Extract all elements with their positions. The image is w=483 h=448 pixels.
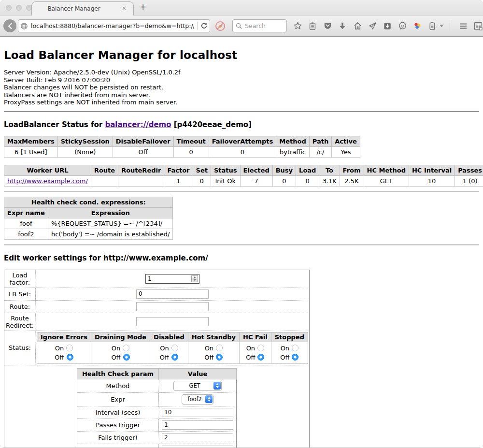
off-label: Off bbox=[55, 353, 64, 362]
ignore-errors-on-radio[interactable] bbox=[66, 345, 73, 351]
draining-mode-off-radio[interactable] bbox=[123, 354, 130, 361]
server-info: Server Version: Apache/2.5.0-dev (Unix) … bbox=[4, 69, 479, 106]
balancer-demo-link[interactable]: balancer://demo bbox=[105, 120, 171, 129]
hc-uri-label: HC uri bbox=[77, 444, 158, 448]
load-factor-stepper bbox=[145, 274, 199, 284]
col-factor: Factor bbox=[164, 165, 193, 175]
urlbar-divider bbox=[197, 22, 198, 30]
on-label: On bbox=[281, 344, 289, 353]
disabled-on-radio[interactable] bbox=[171, 345, 178, 351]
lb-set-input[interactable] bbox=[136, 289, 209, 299]
search-icon bbox=[236, 23, 242, 29]
method-select[interactable]: GET bbox=[173, 381, 222, 391]
tab-balancer-manager[interactable]: Balancer Manager × bbox=[31, 1, 134, 15]
divider bbox=[4, 245, 479, 246]
reading-list-icon[interactable] bbox=[308, 21, 317, 31]
table-row: 6 [1 Used] (None) Off 0 0 bytraffic /c/ … bbox=[4, 146, 360, 157]
col-route: Route bbox=[91, 165, 118, 175]
route-input[interactable] bbox=[136, 302, 209, 311]
col-active: Active bbox=[332, 136, 360, 146]
battery-dropdown-caret-icon[interactable] bbox=[440, 25, 443, 27]
ignore-errors-off-radio[interactable] bbox=[67, 354, 73, 361]
lb-set-label: LB Set: bbox=[4, 288, 36, 300]
url-bar[interactable]: localhost:8880/balancer-manager?b=demo&w… bbox=[18, 19, 210, 32]
hc-uri-input[interactable] bbox=[162, 446, 233, 448]
page-title: Load Balancer Manager for localhost bbox=[4, 49, 479, 61]
window-controls[interactable] bbox=[6, 5, 32, 11]
passes-label: Passes trigger bbox=[77, 419, 158, 431]
expr-select[interactable]: foof2 bbox=[182, 394, 213, 405]
col-disabled: Disabled bbox=[150, 332, 188, 342]
col-path: Path bbox=[309, 136, 331, 146]
browser-window: Balancer Manager × + localhost:8880/bala… bbox=[0, 0, 483, 448]
on-label: On bbox=[112, 344, 120, 353]
pocket-icon[interactable] bbox=[323, 21, 332, 31]
toolbar-separator bbox=[450, 21, 450, 31]
col-hc-method: HC Method bbox=[364, 165, 409, 175]
lb-set-row: LB Set: bbox=[4, 288, 310, 300]
cell-expr-name: foof2 bbox=[4, 229, 48, 239]
draining-mode-cell: On Off bbox=[91, 342, 150, 363]
url-text[interactable]: localhost:8880/balancer-manager?b=demo&w… bbox=[31, 22, 194, 29]
passes-input[interactable] bbox=[162, 420, 233, 430]
col-ignore-errors: Ignore Errors bbox=[37, 332, 91, 342]
content-blocked-icon[interactable] bbox=[215, 21, 226, 31]
col-hc-param: Health Check param bbox=[77, 368, 158, 379]
expr-row: Expr foof2 bbox=[77, 392, 236, 406]
battery-icon[interactable] bbox=[427, 21, 437, 31]
new-tab-button[interactable]: + bbox=[137, 2, 149, 12]
stepper-buttons-icon[interactable] bbox=[191, 275, 198, 282]
cell-to: 3.1K bbox=[319, 175, 340, 186]
on-label: On bbox=[246, 344, 255, 353]
reload-icon[interactable] bbox=[200, 22, 208, 29]
load-factor-row: Load factor: bbox=[4, 270, 310, 288]
table-header-row: Expr name Expression bbox=[4, 207, 173, 218]
on-label: On bbox=[160, 344, 169, 353]
save-page-icon[interactable] bbox=[383, 21, 392, 31]
draining-mode-on-radio[interactable] bbox=[123, 345, 129, 351]
cell-expr-name: foof bbox=[4, 218, 48, 229]
server-version-line: Server Version: Apache/2.5.0-dev (Unix) … bbox=[4, 69, 479, 76]
load-factor-cell bbox=[36, 270, 310, 288]
hc-fail-on-radio[interactable] bbox=[257, 345, 264, 351]
bookmark-star-icon[interactable] bbox=[293, 21, 302, 31]
route-redirect-input[interactable] bbox=[136, 317, 209, 326]
expr-label: Expr bbox=[77, 392, 158, 406]
back-button[interactable] bbox=[3, 19, 16, 32]
table-title-row: Health check cond. expressions: bbox=[4, 197, 173, 207]
method-select-wrap: GET bbox=[173, 381, 222, 391]
cell-worker-url: http://www.example.com/ bbox=[4, 175, 91, 186]
col-routeredir: RouteRedir bbox=[118, 165, 164, 175]
stopped-on-radio[interactable] bbox=[292, 345, 298, 351]
hot-standby-off-radio[interactable] bbox=[216, 354, 223, 361]
col-load: Load bbox=[296, 165, 319, 175]
hc-expressions-table: Health check cond. expressions: Expr nam… bbox=[4, 197, 173, 240]
menu-icon[interactable] bbox=[458, 21, 468, 31]
hot-standby-on-radio[interactable] bbox=[216, 345, 223, 351]
colors-icon[interactable] bbox=[412, 21, 422, 31]
send-to-device-icon[interactable] bbox=[368, 21, 377, 31]
col-expr-name: Expr name bbox=[4, 207, 48, 218]
stopped-off-radio[interactable] bbox=[292, 354, 298, 361]
cell-route bbox=[91, 175, 118, 186]
worker-url-link[interactable]: http://www.example.com/ bbox=[7, 177, 88, 185]
divider bbox=[4, 191, 479, 192]
minimize-window-button[interactable] bbox=[16, 5, 22, 11]
col-busy: Busy bbox=[272, 165, 296, 175]
cell-hc-interval: 10 bbox=[409, 175, 455, 186]
cell-method: bytraffic bbox=[276, 146, 309, 157]
status-table: Ignore Errors Draining Mode Disabled Hot… bbox=[37, 332, 308, 364]
chat-icon[interactable] bbox=[398, 21, 407, 31]
hc-fail-off-radio[interactable] bbox=[257, 354, 264, 361]
interval-input[interactable] bbox=[162, 408, 233, 417]
disabled-off-radio[interactable] bbox=[171, 354, 178, 361]
home-icon[interactable] bbox=[353, 21, 362, 31]
fails-input[interactable] bbox=[162, 433, 233, 442]
close-window-button[interactable] bbox=[6, 5, 12, 11]
worker-table: Worker URL Route RouteRedir Factor Set S… bbox=[4, 165, 483, 187]
tab-close-icon[interactable]: × bbox=[122, 5, 127, 12]
col-hc-interval: HC Interval bbox=[409, 165, 455, 175]
downloads-icon[interactable] bbox=[338, 21, 347, 31]
search-bar[interactable]: Search bbox=[232, 19, 287, 32]
news-clipper-icon[interactable] bbox=[473, 21, 483, 31]
